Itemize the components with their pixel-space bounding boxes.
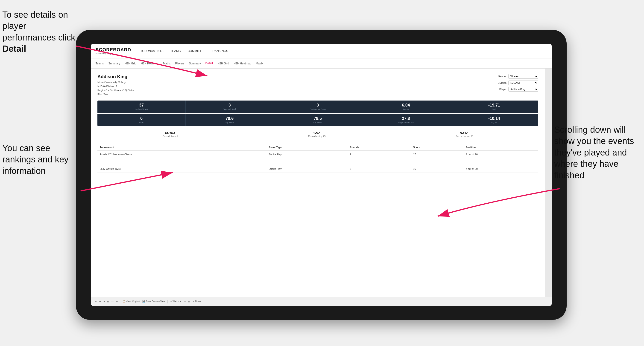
stats-grid-row2: 0 Wins 79.6 Avg Score 78.5 Adj Score 27.… <box>98 114 538 126</box>
annotation-bottomright-text: Scrolling down will show you the events … <box>554 125 634 180</box>
toolbar-minus[interactable]: — <box>111 300 114 303</box>
nav-teams[interactable]: TEAMS <box>170 48 181 54</box>
rounds-2 <box>347 158 411 165</box>
tournament-name-3: Lady Coyote Invite <box>98 165 266 173</box>
score-1: 17 <box>411 151 463 158</box>
stat-avg-score-par: 27.8 Avg Score to Par <box>362 114 450 126</box>
player-school: Mesa Community College <box>98 81 126 84</box>
tablet-frame: SCOREBOARD Powered by clippd TOURNAMENTS… <box>76 30 566 320</box>
subnav-h2h-heatmap2[interactable]: H2H Heatmap <box>234 61 251 66</box>
stat-sos: -19.71 SoS <box>450 101 538 113</box>
annotation-bottomleft: You can see rankings and key information <box>2 143 80 177</box>
gender-label: Gender <box>494 75 506 78</box>
stat-adj-score: 78.5 Adj Score <box>274 114 362 126</box>
table-row <box>98 158 538 165</box>
col-event-type: Event Type <box>266 144 348 151</box>
player-control: Player Addison King <box>494 87 538 92</box>
toolbar-share-grid[interactable]: □▾ <box>183 300 186 303</box>
player-controls: Gender Women Division NJCAA I <box>494 74 538 92</box>
gender-control: Gender Women <box>494 74 538 79</box>
player-select[interactable]: Addison King <box>508 87 538 92</box>
toolbar-divider2 <box>168 300 168 304</box>
toolbar-save-custom[interactable]: 💾 Save Custom View <box>142 300 165 303</box>
right-sidebar <box>545 69 552 297</box>
player-region: Region 1 - Southwest (18) District <box>98 89 135 92</box>
toolbar-fullscreen[interactable]: ⊞ <box>188 300 190 303</box>
subnav-summary[interactable]: Summary <box>108 61 120 66</box>
tablet-screen: SCOREBOARD Powered by clippd TOURNAMENTS… <box>91 44 552 306</box>
stat-conference-rank: 3 Conference Rank <box>274 101 362 113</box>
subnav-h2h-grid[interactable]: H2H Grid <box>125 61 136 66</box>
col-tournament: Tournament <box>98 144 266 151</box>
stat-regional-rank: 3 Regional Rank <box>186 101 274 113</box>
content-area: Addison King Mesa Community College NJCA… <box>91 69 552 297</box>
toolbar-grid[interactable]: ⊞ <box>107 300 109 303</box>
logo-sub: Powered by clippd <box>96 52 131 55</box>
player-name: Addison King <box>98 74 135 79</box>
annotation-bottomright: Scrolling down will show you the events … <box>554 124 642 181</box>
gender-select[interactable]: Women <box>508 74 538 79</box>
tournament-table: Tournament Event Type Rounds Score Posit… <box>98 144 538 173</box>
toolbar-divider <box>120 300 120 304</box>
subnav-h2h-heatmap[interactable]: H2H Heatmap <box>141 61 158 66</box>
tournament-name-2 <box>98 158 266 165</box>
annotation-topleft: To see details on player performances cl… <box>2 9 80 55</box>
stat-wins: 0 Wins <box>98 114 186 126</box>
annotation-bottomleft-text: You can see rankings and key information <box>2 143 68 176</box>
player-year: First Year <box>98 93 108 96</box>
toolbar-redo[interactable]: ↪ <box>99 300 101 303</box>
division-control: Division NJCAA I <box>494 81 538 85</box>
event-type-3: Stroke Play <box>266 165 348 173</box>
division-select[interactable]: NJCAA I <box>508 81 538 85</box>
main-nav: TOURNAMENTS TEAMS COMMITTEE RANKINGS <box>140 48 228 54</box>
score-3: 16 <box>411 165 463 173</box>
player-header: Addison King Mesa Community College NJCA… <box>98 74 538 96</box>
rounds-3: 2 <box>347 165 411 173</box>
subnav-teams[interactable]: Teams <box>96 61 104 66</box>
event-type-1: Stroke Play <box>266 151 348 158</box>
score-2 <box>411 158 463 165</box>
stat-avg-score: 79.6 Avg Score <box>186 114 274 126</box>
toolbar-refresh[interactable]: ⟳ <box>103 300 105 303</box>
col-position: Position <box>464 144 538 151</box>
record-overall: 91-20-1 Overall Record <box>162 132 178 138</box>
table-row: Lady Coyote Invite Stroke Play 2 16 7 ou… <box>98 165 538 173</box>
division-label: Division <box>494 81 506 84</box>
nav-rankings[interactable]: RANKINGS <box>212 48 228 54</box>
annotation-topleft-text: To see details on player performances cl… <box>2 10 75 54</box>
subnav-players[interactable]: Players <box>175 61 184 66</box>
record-top25: 1-5-0 Record vs top 25 <box>308 132 326 138</box>
position-1: 4 out of 20 <box>464 151 538 158</box>
top-nav: SCOREBOARD Powered by clippd TOURNAMENTS… <box>91 44 552 58</box>
toolbar-add[interactable]: ⊕ <box>116 300 118 303</box>
logo-title: SCOREBOARD <box>96 47 131 52</box>
event-type-2 <box>266 158 348 165</box>
player-label: Player <box>494 88 506 91</box>
tournament-name-1: Estella CC- Mountain Classic <box>98 151 266 158</box>
subnav-h2h-grid2[interactable]: H2H Grid <box>218 61 229 66</box>
records-row: 91-20-1 Overall Record 1-5-0 Record vs t… <box>98 130 538 139</box>
toolbar-share[interactable]: ↗ Share <box>192 300 200 303</box>
toolbar-undo[interactable]: ↩ <box>95 300 96 303</box>
toolbar-watch[interactable]: ⊙ Watch ▾ <box>170 300 181 303</box>
nav-tournaments[interactable]: TOURNAMENTS <box>140 48 163 54</box>
bottom-toolbar: ↩ ↪ ⟳ ⊞ — ⊕ 📋 View: Original 💾 Save Cust… <box>91 297 552 306</box>
table-row: Estella CC- Mountain Classic Stroke Play… <box>98 151 538 158</box>
subnav-detail[interactable]: Detail <box>206 61 213 66</box>
toolbar-view-original[interactable]: 📋 View: Original <box>122 300 140 303</box>
nav-committee[interactable]: COMMITTEE <box>188 48 206 54</box>
main-content: Addison King Mesa Community College NJCA… <box>91 69 545 297</box>
stats-grid-row1: 37 National Rank 3 Regional Rank 3 Confe… <box>98 101 538 113</box>
position-2 <box>464 158 538 165</box>
subnav-matrix2[interactable]: Matrix <box>256 61 264 66</box>
stat-points: 6.04 Points <box>362 101 450 113</box>
subnav-summary2[interactable]: Summary <box>189 61 200 66</box>
rounds-1: 2 <box>347 151 411 158</box>
stat-national-rank: 37 National Rank <box>98 101 186 113</box>
col-score: Score <box>411 144 463 151</box>
player-info: Addison King Mesa Community College NJCA… <box>98 74 135 96</box>
logo-area: SCOREBOARD Powered by clippd <box>96 47 131 55</box>
sub-nav: Teams Summary H2H Grid H2H Heatmap Matri… <box>91 58 552 69</box>
record-top50: 5-11-1 Record vs top 50 <box>456 132 473 138</box>
subnav-matrix[interactable]: Matrix <box>163 61 171 66</box>
